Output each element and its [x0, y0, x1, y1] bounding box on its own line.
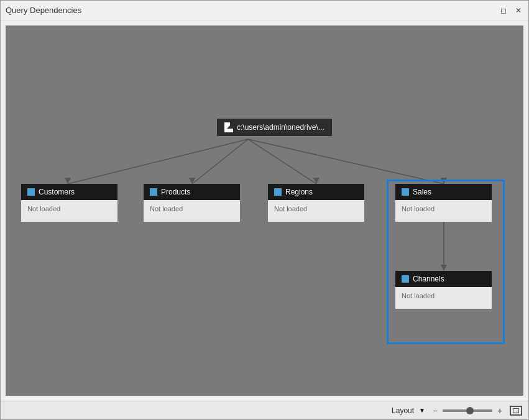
- title-bar: Query Dependencies ◻ ✕: [1, 1, 528, 21]
- chevron-down-icon: ▼: [419, 407, 425, 414]
- svg-marker-9: [441, 265, 447, 271]
- restore-button[interactable]: ◻: [499, 6, 508, 16]
- svg-marker-8: [441, 178, 447, 184]
- zoom-slider-thumb: [466, 407, 474, 414]
- channels-status: Not loaded: [402, 292, 435, 299]
- customers-node[interactable]: Customers Not loaded: [21, 184, 117, 222]
- zoom-slider[interactable]: [443, 409, 492, 412]
- sales-status: Not loaded: [402, 205, 435, 212]
- regions-status: Not loaded: [274, 205, 307, 212]
- restore-icon: ◻: [500, 6, 507, 15]
- root-node[interactable]: c:\users\admin\onedrive\...: [217, 119, 332, 136]
- root-node-label: c:\users\admin\onedrive\...: [237, 123, 324, 132]
- fit-icon: [513, 408, 519, 413]
- bottom-bar: Layout ▼ − +: [1, 401, 528, 419]
- table-icon: [402, 275, 409, 283]
- window-title: Query Dependencies: [6, 6, 81, 15]
- fit-to-window-button[interactable]: [510, 406, 522, 416]
- products-status: Not loaded: [150, 205, 183, 212]
- customers-status: Not loaded: [27, 205, 60, 212]
- canvas-area: c:\users\admin\onedrive\... Customers No…: [6, 25, 523, 396]
- table-icon: [402, 188, 409, 196]
- layout-dropdown[interactable]: ▼: [419, 407, 425, 414]
- sales-label: Sales: [413, 188, 431, 196]
- title-bar-controls: ◻ ✕: [499, 6, 523, 16]
- file-icon: [224, 122, 233, 132]
- svg-line-2: [248, 139, 316, 184]
- table-icon: [150, 188, 157, 196]
- zoom-in-button[interactable]: +: [495, 406, 505, 416]
- products-node[interactable]: Products Not loaded: [144, 184, 240, 222]
- svg-line-0: [68, 139, 248, 184]
- close-button[interactable]: ✕: [513, 6, 523, 16]
- products-label: Products: [161, 188, 190, 196]
- close-icon: ✕: [515, 6, 522, 15]
- svg-line-3: [248, 139, 444, 184]
- regions-label: Regions: [285, 188, 313, 196]
- table-icon: [27, 188, 35, 196]
- regions-node[interactable]: Regions Not loaded: [268, 184, 364, 222]
- window: Query Dependencies ◻ ✕: [0, 0, 529, 420]
- svg-line-1: [192, 139, 248, 184]
- channels-label: Channels: [413, 275, 444, 283]
- customers-label: Customers: [39, 188, 75, 196]
- svg-marker-5: [65, 178, 71, 184]
- svg-marker-7: [313, 178, 320, 184]
- zoom-controls: − +: [430, 406, 505, 416]
- table-icon: [274, 188, 282, 196]
- svg-marker-6: [189, 178, 195, 184]
- zoom-out-button[interactable]: −: [430, 406, 440, 416]
- layout-label: Layout: [392, 406, 414, 415]
- sales-node[interactable]: Sales Not loaded: [395, 184, 492, 222]
- channels-node[interactable]: Channels Not loaded: [395, 271, 492, 309]
